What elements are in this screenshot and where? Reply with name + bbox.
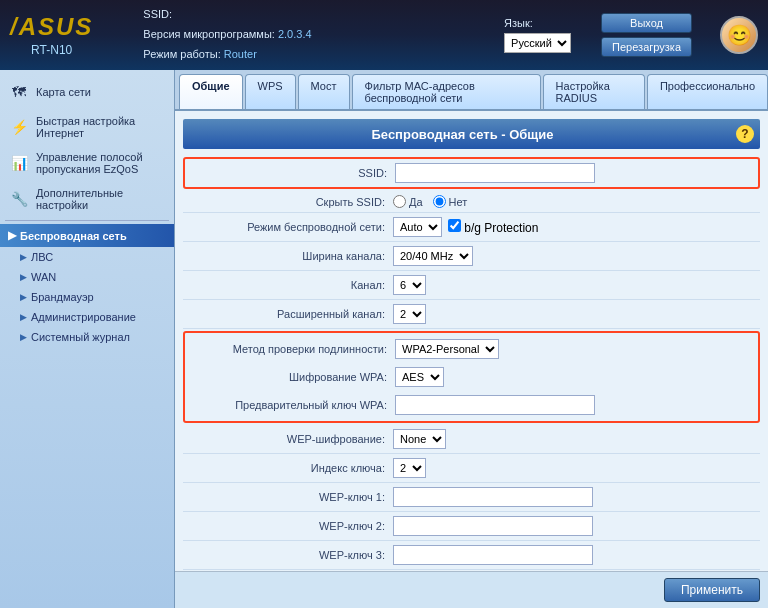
wan-arrow: ▶ [20,272,27,282]
sidebar-section-wireless-label: Беспроводная сеть [20,230,127,242]
wireless-mode-select[interactable]: Auto [393,217,442,237]
sidebar-item-qos[interactable]: 📊 Управление полосой пропускания EzQoS [0,145,174,181]
tab-radius[interactable]: Настройка RADIUS [543,74,645,109]
wep-encrypt-select[interactable]: None [393,429,446,449]
wireless-mode-label: Режим беспроводной сети: [183,221,393,233]
wep-key1-input[interactable] [393,487,593,507]
wpa-key-control [395,395,758,415]
wep-encrypt-control: None [393,429,760,449]
wpa-encrypt-label: Шифрование WPA: [185,371,395,383]
hide-ssid-no-label[interactable]: Нет [433,195,468,208]
wpa-encrypt-row: Шифрование WPA: AES [185,363,758,391]
ext-channel-control: 2 [393,304,760,324]
wpa-key-row: Предварительный ключ WPA: [185,391,758,419]
wireless-mode-control: Auto b/g Protection [393,217,760,237]
form-title-text: Беспроводная сеть - Общие [189,127,736,142]
apply-button[interactable]: Применить [664,578,760,602]
wep-key1-row: WEP-ключ 1: [183,483,760,512]
wep-key2-row: WEP-ключ 2: [183,512,760,541]
hide-ssid-control: Да Нет [393,195,760,208]
wep-key2-input[interactable] [393,516,593,536]
asus-logo: /ASUS [10,13,93,41]
sidebar-sub-wan[interactable]: ▶ WAN [0,267,174,287]
wpa-encrypt-select[interactable]: AES [395,367,444,387]
ext-channel-row: Расширенный канал: 2 [183,300,760,329]
auth-method-select[interactable]: WPA2-Personal [395,339,499,359]
firewall-arrow: ▶ [20,292,27,302]
lan-arrow: ▶ [20,252,27,262]
hide-ssid-row: Скрыть SSID: Да Нет [183,191,760,213]
tab-wps[interactable]: WPS [245,74,296,109]
tab-general[interactable]: Общие [179,74,243,109]
wpa-section: Метод проверки подлинности: WPA2-Persona… [183,331,760,423]
sidebar-label-quick-setup: Быстрая настройка Интернет [36,115,166,139]
channel-width-row: Ширина канала: 20/40 MHz [183,242,760,271]
auth-method-row: Метод проверки подлинности: WPA2-Persona… [185,335,758,363]
network-map-icon: 🗺 [8,81,30,103]
wep-key1-label: WEP-ключ 1: [183,491,393,503]
sidebar-sub-admin[interactable]: ▶ Администрирование [0,307,174,327]
language-select[interactable]: Русский [504,33,571,53]
main-layout: 🗺 Карта сети ⚡ Быстрая настройка Интерне… [0,70,768,608]
qos-icon: 📊 [8,152,30,174]
wep-key1-control [393,487,760,507]
wpa-key-input[interactable] [395,395,595,415]
sidebar-section-wireless[interactable]: ▶ Беспроводная сеть [0,224,174,247]
key-index-control: 2 [393,458,760,478]
ext-channel-select[interactable]: 2 [393,304,426,324]
sidebar-item-quick-setup[interactable]: ⚡ Быстрая настройка Интернет [0,109,174,145]
avatar: 😊 [720,16,758,54]
tab-mac-filter[interactable]: Фильтр МАС-адресов беспроводной сети [352,74,541,109]
channel-width-select[interactable]: 20/40 MHz [393,246,473,266]
tab-bridge[interactable]: Мост [298,74,350,109]
bg-protection-label: b/g Protection [448,219,538,235]
sidebar-item-network-map[interactable]: 🗺 Карта сети [0,75,174,109]
ext-channel-label: Расширенный канал: [183,308,393,320]
ssid-row: SSID: [183,157,760,189]
logo-area: /ASUS RT-N10 [10,13,93,57]
header: /ASUS RT-N10 SSID: Версия микропрограммы… [0,0,768,70]
wep-key3-input[interactable] [393,545,593,565]
mode-link[interactable]: Router [224,48,257,60]
key-index-select[interactable]: 2 [393,458,426,478]
wep-key3-row: WEP-ключ 3: [183,541,760,570]
ssid-control [395,163,758,183]
hide-ssid-no-radio[interactable] [433,195,446,208]
sidebar-label-network-map: Карта сети [36,86,91,98]
help-icon[interactable]: ? [736,125,754,143]
quick-setup-icon: ⚡ [8,116,30,138]
wep-encrypt-label: WEP-шифрование: [183,433,393,445]
auth-method-control: WPA2-Personal [395,339,758,359]
sidebar-sub-lan[interactable]: ▶ ЛВС [0,247,174,267]
tab-professional[interactable]: Профессионально [647,74,768,109]
tabs-bar: Общие WPS Мост Фильтр МАС-адресов беспро… [175,70,768,111]
sidebar-sub-firewall[interactable]: ▶ Брандмауэр [0,287,174,307]
wep-key2-control [393,516,760,536]
firmware-version-link[interactable]: 2.0.3.4 [278,28,312,40]
sidebar-label-advanced: Дополнительные настройки [36,187,166,211]
channel-label: Канал: [183,279,393,291]
ssid-input[interactable] [395,163,595,183]
sidebar-item-advanced[interactable]: 🔧 Дополнительные настройки [0,181,174,217]
sidebar-sub-syslog[interactable]: ▶ Системный журнал [0,327,174,347]
bg-protection-checkbox[interactable] [448,219,461,232]
logout-button[interactable]: Выход [601,13,692,33]
channel-width-control: 20/40 MHz [393,246,760,266]
wpa-encrypt-control: AES [395,367,758,387]
firmware-line: Версия микропрограммы: 2.0.3.4 [143,25,484,45]
key-index-row: Индекс ключа: 2 [183,454,760,483]
wireless-mode-row: Режим беспроводной сети: Auto b/g Protec… [183,213,760,242]
wep-encrypt-row: WEP-шифрование: None [183,425,760,454]
wireless-arrow: ▶ [8,229,16,242]
language-section: Язык: Русский [504,17,571,53]
reboot-button[interactable]: Перезагрузка [601,37,692,57]
advanced-icon: 🔧 [8,188,30,210]
apply-bar: Применить [175,571,768,608]
hide-ssid-yes-label[interactable]: Да [393,195,423,208]
channel-select[interactable]: 6 [393,275,426,295]
hide-ssid-yes-radio[interactable] [393,195,406,208]
channel-width-label: Ширина канала: [183,250,393,262]
wep-key3-control [393,545,760,565]
key-index-label: Индекс ключа: [183,462,393,474]
content-area: Общие WPS Мост Фильтр МАС-адресов беспро… [175,70,768,608]
